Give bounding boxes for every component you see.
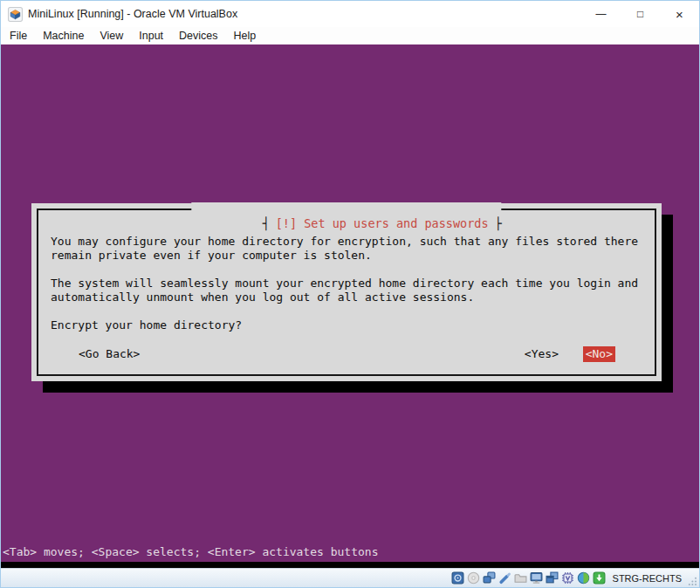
vm-display[interactable]: ┤[!] Set up users and passwords├ You may… [1, 44, 699, 568]
display-icon[interactable] [530, 571, 543, 585]
features-chip-icon[interactable] [561, 571, 574, 585]
network-icon[interactable] [483, 571, 496, 585]
hard-disks-icon[interactable] [451, 571, 464, 585]
mouse-integration-icon[interactable] [577, 571, 590, 585]
dialog-frame: ┤[!] Set up users and passwords├ You may… [37, 209, 656, 376]
host-key-label: STRG-RECHTS [613, 573, 682, 584]
body-line: You may configure your home directory fo… [51, 235, 648, 249]
go-back-button[interactable]: <Go Back> [79, 347, 140, 361]
body-line: remain private even if your computer is … [51, 249, 648, 263]
body-line-blank [51, 263, 648, 277]
body-line-blank [51, 304, 648, 318]
body-line: automatically unmount when you log out o… [51, 291, 648, 304]
menu-file[interactable]: File [2, 28, 35, 44]
usb-icon[interactable] [498, 571, 511, 585]
menu-machine[interactable]: Machine [35, 28, 92, 44]
question-line: Encrypt your home directory? [51, 318, 648, 332]
shared-folders-icon[interactable] [514, 571, 527, 585]
body-line: The system will seamlessly mount your en… [51, 277, 648, 291]
keyboard-capture-icon[interactable] [593, 571, 606, 585]
dialog-body: You may configure your home directory fo… [51, 235, 648, 332]
menu-devices[interactable]: Devices [171, 28, 225, 44]
menu-view[interactable]: View [92, 28, 131, 44]
virtualbox-window: MiniLinux [Running] - Oracle VM VirtualB… [0, 0, 700, 588]
status-bar: STRG-RECHTS [1, 568, 699, 587]
resize-grip[interactable] [688, 577, 697, 586]
no-button-focused[interactable]: <No> [583, 346, 615, 362]
virtualbox-logo-icon [8, 7, 23, 22]
window-title: MiniLinux [Running] - Oracle VM VirtualB… [28, 8, 237, 20]
video-capture-icon[interactable] [546, 571, 559, 585]
yes-button[interactable]: <Yes> [525, 347, 559, 361]
maximize-button[interactable]: □ [621, 1, 660, 27]
minimize-button[interactable]: — [581, 1, 621, 27]
menu-bar: File Machine View Input Devices Help [1, 27, 699, 44]
title-tick-right: ├ [495, 216, 502, 230]
title-bar[interactable]: MiniLinux [Running] - Oracle VM VirtualB… [1, 1, 699, 27]
vm-bottom-black-band [1, 562, 699, 568]
optical-drives-icon[interactable] [467, 571, 480, 585]
dialog-title-text: [!] Set up users and passwords [270, 216, 495, 230]
setup-users-dialog: ┤[!] Set up users and passwords├ You may… [31, 203, 662, 381]
window-controls: — □ × [581, 1, 699, 27]
installer-help-line: <Tab> moves; <Space> selects; <Enter> ac… [3, 545, 378, 559]
menu-help[interactable]: Help [226, 28, 264, 44]
dialog-button-row: <Go Back> <Yes> <No> [38, 346, 655, 364]
close-button[interactable]: × [660, 1, 699, 27]
menu-input[interactable]: Input [131, 28, 171, 44]
